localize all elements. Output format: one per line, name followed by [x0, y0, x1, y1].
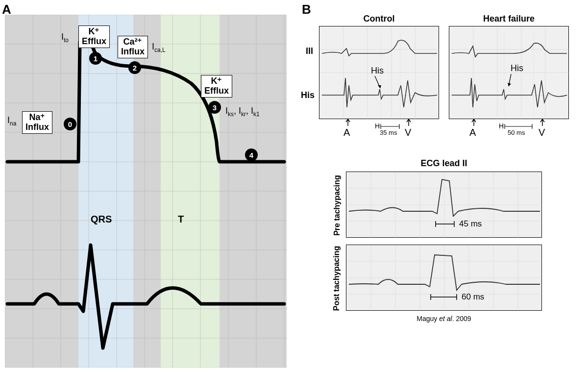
phase-0-circle: 0: [64, 118, 76, 130]
t-label: T: [178, 214, 184, 225]
panel-a: A: [0, 0, 294, 373]
a-arrow-hf-icon: [470, 118, 477, 127]
ical-label: Ica,L: [152, 42, 166, 53]
control-markers: A H 35 ms V: [319, 119, 439, 139]
na-influx-box: Na⁺ Influx: [22, 111, 52, 134]
phase-4-circle: 4: [245, 149, 258, 161]
pre-tachypacing-container: Pre tachypacing 45 ms: [346, 172, 542, 238]
figure-container: A: [0, 0, 588, 373]
phase-1-circle: 1: [89, 52, 102, 65]
ecg-trace: [7, 245, 284, 348]
ecg-lead-ii-title: ECG lead II: [302, 158, 586, 169]
hf-markers: A H 50 ms V: [449, 119, 569, 139]
v-marker: V: [405, 127, 411, 138]
hf-hv-value: 50 ms: [508, 129, 525, 136]
ina-label: Ina: [7, 115, 16, 127]
v-marker-hf: V: [539, 127, 545, 138]
a-arrow-icon: [344, 118, 351, 127]
his-arrow-icon: [373, 75, 383, 92]
pre-tachypacing-box: 45 ms: [346, 172, 542, 238]
ca-influx-box: Ca²⁺ Influx: [118, 36, 148, 58]
pre-tachypacing-label: Pre tachypacing: [333, 175, 342, 236]
his-arrow-hf-icon: [507, 73, 513, 90]
panel-b-bottom-row: Pre tachypacing 45 ms Post tachypacing: [302, 172, 586, 311]
post-tachypacing-box: 60 ms: [346, 245, 542, 311]
hf-column: Heart failure His: [449, 14, 569, 139]
qrs-label: QRS: [91, 214, 112, 225]
a-marker: A: [343, 127, 350, 138]
citation: Maguy et al. 2009: [302, 315, 586, 323]
action-potential-box: Ina Na⁺ Influx 0 Ito K⁺ Efflux 1 Ca²⁺ In…: [5, 15, 287, 368]
post-qrs-value: 60 ms: [462, 292, 484, 302]
panel-b-label: B: [302, 2, 311, 17]
v-arrow-hf-icon: [539, 118, 546, 127]
phase-2-circle: 2: [128, 61, 141, 74]
control-title: Control: [319, 14, 439, 24]
ik-label: Iks, Ikr, Ik1: [225, 106, 260, 118]
phase-3-circle: 3: [208, 101, 221, 114]
hf-title: Heart failure: [449, 14, 569, 24]
h-marker-hf: H: [499, 122, 504, 130]
lead-iii-label: III: [306, 46, 313, 56]
pre-grid: [346, 172, 542, 238]
control-column: Control III His: [319, 14, 439, 139]
a-marker-hf: A: [469, 127, 476, 138]
pre-qrs-value: 45 ms: [459, 219, 482, 229]
k-efflux-box-1: K⁺ Efflux: [78, 25, 110, 48]
hf-trace-box: His: [449, 26, 569, 119]
panel-b-top-row: Control III His: [302, 14, 586, 139]
control-hv-value: 35 ms: [380, 129, 397, 136]
h-marker: H: [375, 122, 380, 130]
ap-waveform-svg: [5, 15, 287, 368]
his-annotation-hf: His: [511, 63, 523, 74]
control-trace-box: III His His: [319, 26, 439, 119]
k-efflux-box-2: K⁺ Efflux: [201, 75, 232, 98]
post-tachypacing-label: Post tachypacing: [332, 246, 341, 311]
ito-label: Ito: [61, 32, 69, 44]
panel-b: B Control III His: [294, 0, 588, 373]
his-label: His: [301, 90, 315, 100]
post-grid: [346, 245, 542, 311]
post-tachypacing-container: Post tachypacing 60 ms: [346, 245, 542, 311]
v-arrow-icon: [405, 118, 412, 127]
